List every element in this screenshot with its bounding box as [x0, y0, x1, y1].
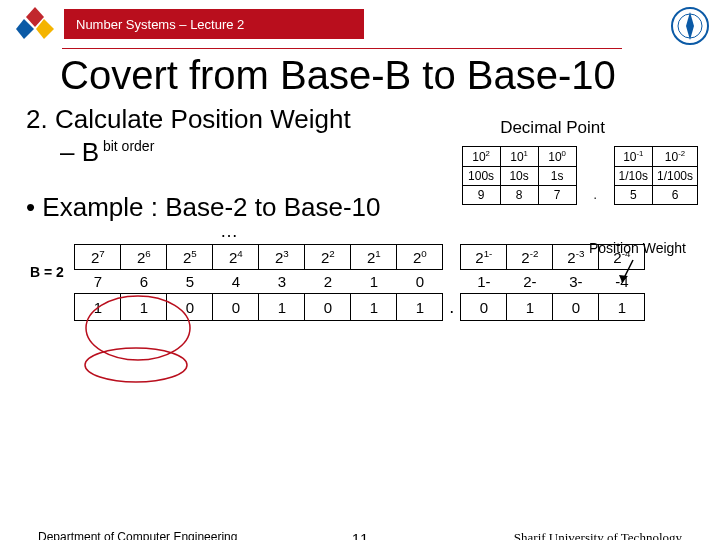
step-number: 2.	[26, 104, 48, 134]
logo-right	[670, 6, 710, 46]
arrow-down-icon	[618, 258, 648, 288]
breadcrumb-bar: Number Systems – Lecture 2	[64, 9, 364, 39]
highlight-oval-2	[82, 345, 190, 385]
svg-marker-6	[619, 275, 628, 282]
weight-table-base10: 102 101 100 10-1 10-2 100s 10s 1s 1/10s …	[462, 146, 698, 205]
step-text: Calculate Position Weight	[55, 104, 351, 134]
footer-univ: Sharif University of Technology	[514, 530, 682, 540]
footer-dept: Department of Computer Engineering	[38, 530, 237, 540]
svg-point-8	[85, 348, 187, 382]
ellipsis: …	[220, 221, 720, 242]
base-label: B = 2	[30, 264, 64, 280]
breadcrumb-text: Number Systems – Lecture 2	[76, 17, 244, 32]
logo-left	[10, 4, 60, 44]
footer-page: 11	[352, 530, 369, 540]
decimal-point-label: Decimal Point	[500, 118, 605, 138]
position-weight-label: Position Weight	[589, 240, 686, 256]
page-title: Covert from Base-B to Base-10	[60, 53, 720, 98]
step-heading: 2. Calculate Position Weight	[26, 104, 720, 135]
